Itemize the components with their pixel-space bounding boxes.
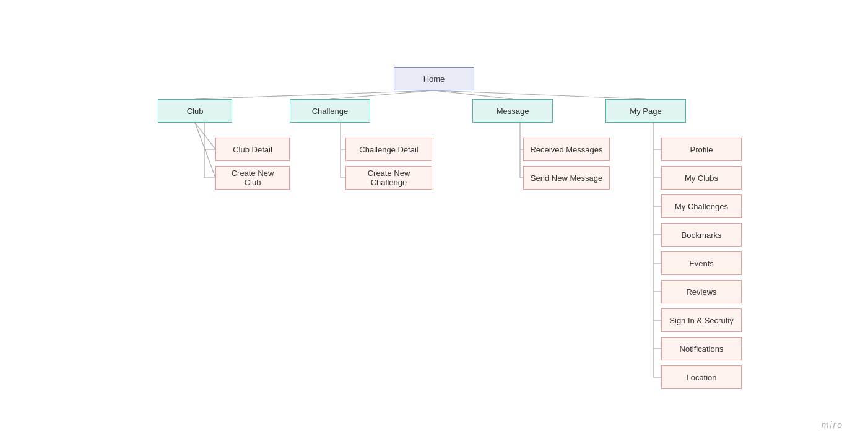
signin-node: Sign In & Secrutiy [661,308,742,332]
events-node: Events [661,251,742,275]
club-node: Club [158,99,232,123]
message-node: Message [472,99,553,123]
challenge-detail-node: Challenge Detail [345,138,432,161]
miro-label: miro [822,420,843,430]
received-messages-node: Received Messages [523,138,610,161]
home-node: Home [394,67,474,90]
bookmarks-node: Bookmarks [661,223,742,247]
profile-node: Profile [661,138,742,161]
mypage-node: My Page [605,99,686,123]
create-club-node: Create New Club [215,166,290,190]
reviews-node: Reviews [661,280,742,303]
svg-line-4 [195,123,215,149]
svg-line-0 [195,90,434,99]
svg-line-1 [330,90,434,99]
svg-line-3 [434,90,646,99]
notifications-node: Notifications [661,337,742,360]
create-challenge-node: Create New Challenge [345,166,432,190]
challenge-node: Challenge [290,99,370,123]
svg-line-2 [434,90,513,99]
my-clubs-node: My Clubs [661,166,742,190]
send-message-node: Send New Message [523,166,610,190]
my-challenges-node: My Challenges [661,194,742,218]
club-detail-node: Club Detail [215,138,290,161]
location-node: Location [661,365,742,389]
svg-line-5 [195,123,215,178]
